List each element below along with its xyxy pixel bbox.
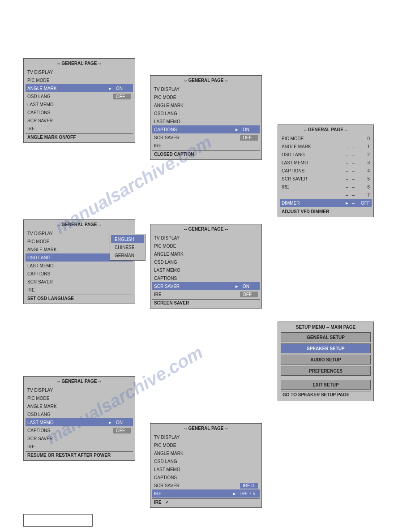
label-pic-mode-2: PIC MODE — [154, 95, 258, 100]
menu-item-pic-mode-8[interactable]: PIC MODE — [152, 441, 260, 449]
label-osd-lang-1: OSD LANG — [27, 94, 113, 99]
label-last-memo-7: LAST MEMO — [27, 420, 108, 425]
status-bar-3: ADJUST VFD DIMMER — [280, 208, 372, 215]
arrow-scr-saver-5: ► — [235, 284, 239, 289]
menu-item-tv-display-5[interactable]: TV DISPLAY — [152, 234, 260, 242]
panel3-title: -- GENERAL PAGE -- — [280, 127, 372, 133]
menu-item-tv-display-7[interactable]: TV DISPLAY — [26, 386, 133, 394]
menu-item-captions-5[interactable]: CAPTIONS — [152, 274, 260, 282]
label-ire-2: IRE — [154, 143, 258, 148]
menu-item-scr-saver-8[interactable]: SCR SAVER IRE 0 — [152, 481, 260, 489]
menu-item-captions-7[interactable]: CAPTIONS OFF — [26, 426, 133, 434]
menu-item-pic-mode-1[interactable]: PIC MODE — [26, 76, 133, 84]
menu-item-ire-4[interactable]: IRE — [26, 286, 133, 294]
menu-item-pic-mode-7[interactable]: PIC MODE — [26, 394, 133, 402]
menu-item-angle-mark-2[interactable]: ANGLE MARK — [152, 101, 260, 109]
label-captions-8: CAPTIONS — [154, 475, 258, 480]
value-ire-8: IRE 7.5 — [238, 491, 258, 497]
label-angle-mark-1: ANGLE MARK — [27, 86, 108, 91]
menu-item-scr-saver-7[interactable]: SCR SAVER — [26, 434, 133, 442]
dim-item-last-memo[interactable]: LAST MEMO – – 3 — [280, 159, 372, 167]
submenu-chinese[interactable]: CHINESE — [111, 243, 144, 251]
dim-item-scr-saver[interactable]: SCR SAVER – – 5 — [280, 175, 372, 183]
menu-item-ire-8[interactable]: IRE ► IRE 7.5 — [152, 489, 260, 498]
setup-btn-exit[interactable]: EXIT SETUP — [281, 380, 371, 390]
menu-item-scr-saver-5[interactable]: SCR SAVER ► ON — [152, 282, 260, 290]
menu-item-scr-saver-1[interactable]: SCR SAVER — [26, 116, 133, 124]
menu-item-osd-lang-2[interactable]: OSD LANG — [152, 109, 260, 117]
dim-item-angle-mark[interactable]: ANGLE MARK – – 1 — [280, 142, 372, 150]
label-ire-4: IRE — [27, 287, 131, 292]
menu-item-captions-2[interactable]: CAPTIONS ► ON — [152, 125, 260, 133]
panel4-title: -- GENERAL PAGE -- — [26, 222, 133, 227]
dim-item-captions[interactable]: CAPTIONS – – 4 — [280, 167, 372, 175]
status-bar-5: SCREEN SAVER — [152, 299, 260, 306]
menu-item-last-memo-4[interactable]: LAST MEMO — [26, 262, 133, 270]
label-ire-1: IRE — [27, 126, 131, 131]
general-page-panel-2: -- GENERAL PAGE -- TV DISPLAY PIC MODE A… — [150, 75, 262, 160]
menu-item-pic-mode-5[interactable]: PIC MODE — [152, 242, 260, 250]
menu-item-scr-saver-2[interactable]: SCR SAVER OFF — [152, 133, 260, 142]
dim-item-ire[interactable]: IRE – – 6 — [280, 183, 372, 191]
status-text-6: GO TO SPEAKER SETUP PAGE — [283, 392, 349, 397]
menu-item-osd-lang-5[interactable]: OSD LANG — [152, 258, 260, 266]
setup-btn-general[interactable]: GENERAL SETUP — [281, 332, 371, 342]
menu-item-ire-5[interactable]: IRE OFF — [152, 290, 260, 298]
menu-item-captions-1[interactable]: CAPTIONS — [26, 108, 133, 116]
dim-label-last-memo: LAST MEMO — [282, 160, 344, 165]
submenu-label-german: GERMAN — [115, 253, 134, 258]
dim-item-pic-mode[interactable]: PIC MODE – – 0 — [280, 134, 372, 142]
dim-item-osd-lang[interactable]: OSD LANG – – 2 — [280, 150, 372, 159]
menu-item-captions-8[interactable]: CAPTIONS — [152, 473, 260, 481]
label-ire-7: IRE — [27, 444, 131, 449]
menu-item-last-memo-5[interactable]: LAST MEMO — [152, 266, 260, 274]
menu-item-ire-7[interactable]: IRE — [26, 442, 133, 450]
value-osd-lang-1: OFF — [113, 94, 131, 99]
dim-label-pic-mode: PIC MODE — [282, 136, 344, 141]
menu-item-last-memo-1[interactable]: LAST MEMO — [26, 100, 133, 108]
menu-item-captions-4[interactable]: CAPTIONS — [26, 270, 133, 278]
setup-btn-speaker[interactable]: SPEAKER SETUP — [281, 343, 371, 353]
submenu-english[interactable]: ENGLISH — [111, 235, 144, 243]
dim-label-captions: CAPTIONS — [282, 168, 344, 173]
dim-label-angle-mark: ANGLE MARK — [282, 144, 344, 149]
setup-btn-preferences[interactable]: PREFERENCES — [281, 366, 371, 376]
label-scr-saver-5: SCR SAVER — [154, 284, 235, 289]
menu-item-tv-display-8[interactable]: TV DISPLAY — [152, 433, 260, 441]
menu-item-ire-2[interactable]: IRE — [152, 142, 260, 150]
label-tv-display-2: TV DISPLAY — [154, 87, 258, 92]
panel2-title: -- GENERAL PAGE -- — [152, 77, 260, 83]
menu-item-last-memo-2[interactable]: LAST MEMO — [152, 117, 260, 125]
label-captions-4: CAPTIONS — [27, 271, 131, 276]
label-osd-lang-2: OSD LANG — [154, 111, 258, 116]
menu-item-osd-lang-7[interactable]: OSD LANG — [26, 410, 133, 418]
submenu-label-english: ENGLISH — [115, 237, 134, 242]
arrow-ire-8: ► — [232, 491, 237, 496]
label-scr-saver-1: SCR SAVER — [27, 118, 131, 123]
menu-item-scr-saver-4[interactable]: SCR SAVER — [26, 278, 133, 286]
label-pic-mode-5: PIC MODE — [154, 244, 258, 249]
label-captions-2: CAPTIONS — [154, 127, 235, 132]
menu-item-ire-1[interactable]: IRE — [26, 124, 133, 133]
label-pic-mode-1: PIC MODE — [27, 78, 131, 83]
menu-item-tv-display-1[interactable]: TV DISPLAY — [26, 68, 133, 76]
setup-btn-audio[interactable]: AUDIO SETUP — [281, 355, 371, 365]
dim-item-dimmer[interactable]: DIMMER ► – OFF — [280, 199, 372, 207]
dim-item-blank[interactable]: – – 7 — [280, 191, 372, 199]
menu-item-angle-mark-7[interactable]: ANGLE MARK — [26, 402, 133, 410]
status-text-8: IRE — [154, 500, 162, 505]
menu-item-angle-mark-5[interactable]: ANGLE MARK — [152, 250, 260, 258]
menu-item-osd-lang-1[interactable]: OSD LANG OFF — [26, 92, 133, 100]
submenu-german[interactable]: GERMAN — [111, 251, 144, 259]
general-page-panel-4: -- GENERAL PAGE -- TV DISPLAY PIC MODE A… — [23, 219, 135, 304]
dim-label-osd-lang: OSD LANG — [282, 152, 344, 157]
menu-item-last-memo-7[interactable]: LAST MEMO ► ON — [26, 418, 133, 426]
menu-item-last-memo-8[interactable]: LAST MEMO — [152, 465, 260, 473]
menu-item-angle-mark-1[interactable]: ANGLE MARK ► ON — [26, 84, 133, 92]
label-last-memo-1: LAST MEMO — [27, 102, 131, 107]
menu-item-pic-mode-2[interactable]: PIC MODE — [152, 93, 260, 101]
menu-item-angle-mark-8[interactable]: ANGLE MARK — [152, 449, 260, 457]
menu-item-tv-display-2[interactable]: TV DISPLAY — [152, 85, 260, 93]
label-pic-mode-8: PIC MODE — [154, 443, 258, 448]
menu-item-osd-lang-8[interactable]: OSD LANG — [152, 457, 260, 465]
